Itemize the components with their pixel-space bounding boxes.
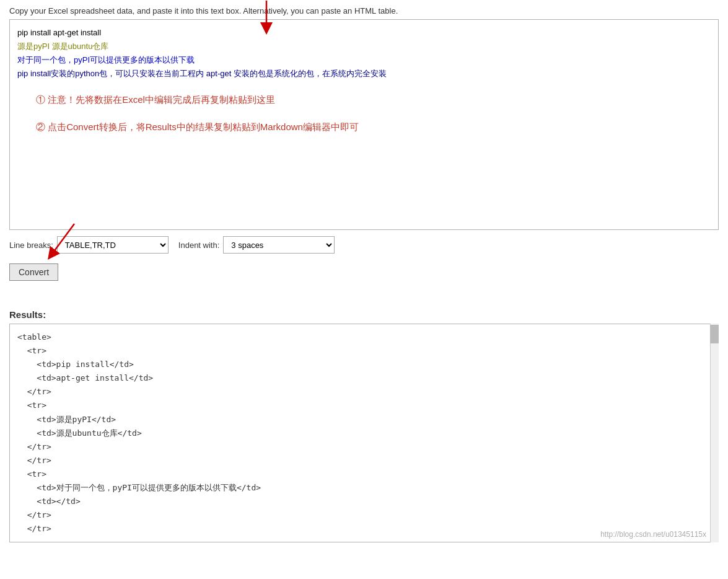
controls-row: Line breaks: TABLE,TR,TDTR,TDTDNone Inde… [9, 236, 719, 254]
input-textarea[interactable]: pip install apt-get install 源是pyPI 源是ubu… [9, 19, 719, 230]
instruction-text: Copy your Excel spreadsheet data, and pa… [9, 6, 719, 15]
input-line-4: pip install安装的python包，可以只安装在当前工程内 apt-ge… [17, 67, 711, 81]
notice-1: ① 注意！先将数据在Excel中编辑完成后再复制粘贴到这里 [36, 92, 711, 108]
input-line-2: 源是pyPI 源是ubuntu仓库 [17, 40, 711, 53]
results-section: Results: <table> <tr> <td>pip install</t… [9, 309, 719, 542]
convert-button[interactable]: Convert [9, 263, 58, 281]
indent-with-group: Indent with: 3 spaces2 spaces4 spacesTab… [178, 236, 335, 254]
indent-with-select[interactable]: 3 spaces2 spaces4 spacesTabNone [223, 236, 335, 254]
input-line-3: 对于同一个包，pyPI可以提供更多的版本以供下载 [17, 53, 711, 67]
line-breaks-group: Line breaks: TABLE,TR,TDTR,TDTDNone [9, 236, 169, 254]
watermark: http://blog.csdn.net/u01345115x [600, 530, 706, 539]
input-area-wrapper: pip install apt-get install 源是pyPI 源是ubu… [9, 19, 719, 230]
indent-with-label: Indent with: [178, 241, 220, 250]
line-breaks-select[interactable]: TABLE,TR,TDTR,TDTDNone [57, 236, 169, 254]
results-label: Results: [9, 309, 719, 320]
results-scrollbar[interactable] [710, 324, 719, 542]
scrollbar-thumb[interactable] [710, 325, 719, 343]
results-box[interactable]: <table> <tr> <td>pip install</td> <td>ap… [9, 324, 719, 542]
input-line-1: pip install apt-get install [17, 26, 711, 40]
line-breaks-label: Line breaks: [9, 241, 53, 250]
notice-2: ② 点击Convert转换后，将Results中的结果复制粘贴到Markdown… [36, 119, 711, 135]
